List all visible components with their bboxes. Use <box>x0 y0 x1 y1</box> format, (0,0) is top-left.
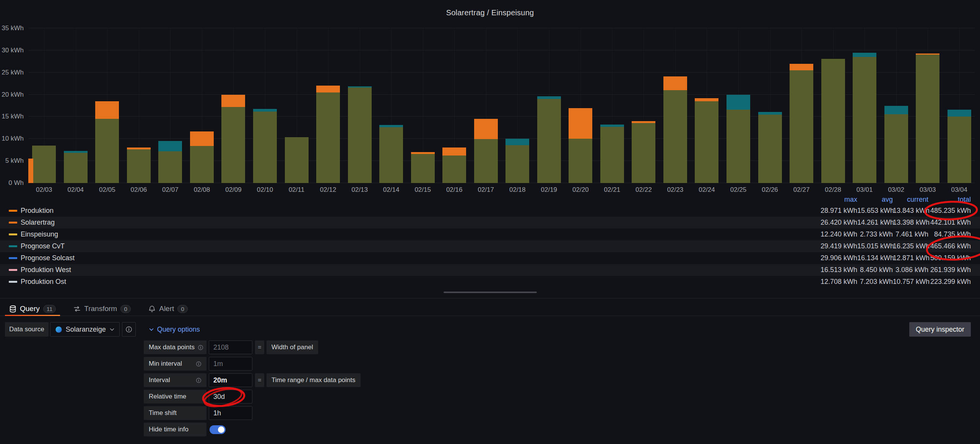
query-option-input-max-data-points[interactable] <box>209 340 252 354</box>
query-option-input-min-interval[interactable] <box>209 357 252 371</box>
query-option-input-interval[interactable] <box>209 373 252 387</box>
x-axis-label: 02/06 <box>131 186 147 194</box>
legend-value-avg: 15.653 kWh <box>857 207 893 215</box>
panel-resize-handle[interactable] <box>444 292 537 293</box>
legend-series[interactable]: Prognose CvT <box>9 242 804 250</box>
query-option-label-text: Relative time <box>149 393 186 400</box>
bar-segment-production <box>916 55 939 183</box>
tab-count-badge: 0 <box>177 305 188 313</box>
chart-bar <box>190 28 214 183</box>
legend-series[interactable]: Prognose Solcast <box>9 254 804 262</box>
legend-value-avg: 15.015 kWh <box>857 242 893 250</box>
query-options-toggle[interactable]: Query options <box>149 326 200 334</box>
datasource-picker[interactable]: Solaranzeige <box>50 322 120 337</box>
legend-value-avg: 16.134 kWh <box>857 254 893 262</box>
legend-column-header-avg[interactable]: avg <box>857 196 893 204</box>
legend-series[interactable]: Produktion <box>9 207 804 215</box>
info-icon <box>198 345 203 350</box>
bar-segment-teal <box>379 125 403 127</box>
bar-segment-teal <box>158 141 182 151</box>
chevron-down-icon <box>109 327 115 332</box>
bar-segment-production <box>127 149 151 183</box>
x-axis-label: 03/01 <box>856 186 873 194</box>
x-axis-label: 02/18 <box>509 186 526 194</box>
bar-segment-orange <box>569 108 592 139</box>
datasource-help-button[interactable] <box>122 322 136 337</box>
query-options-rows: Max data points=Width of panelMin interv… <box>144 340 361 439</box>
legend-label: Prognose Solcast <box>21 254 75 262</box>
bar-segment-production <box>190 146 214 183</box>
legend-row: Einspeisung12.240 kWh2.733 kWh7.461 kWh8… <box>0 228 980 240</box>
legend-rows: Produktion28.971 kWh15.653 kWh13.843 kWh… <box>0 205 980 288</box>
x-axis-label: 03/04 <box>951 186 967 194</box>
query-option-label: Relative time <box>144 390 206 403</box>
legend-value-max: 29.906 kWh <box>804 254 857 262</box>
legend-series[interactable]: Einspeisung <box>9 230 804 238</box>
legend-swatch <box>9 245 17 247</box>
bar-segment-teal <box>64 151 88 153</box>
bar-segment-production <box>474 139 498 183</box>
chart-bar <box>285 28 309 183</box>
info-icon <box>196 378 202 383</box>
legend-value-max: 16.513 kWh <box>804 266 857 274</box>
bar-segment-production <box>379 127 403 183</box>
query-option-extra-text: Time range / max data points <box>271 376 356 384</box>
query-inspector-button[interactable]: Query inspector <box>909 322 971 337</box>
bar-segment-orange <box>28 159 33 183</box>
legend-column-header-current[interactable]: current <box>893 196 928 204</box>
legend-series[interactable]: Produktion West <box>9 266 804 274</box>
chart-bar <box>64 28 88 183</box>
legend-value-avg: 7.203 kWh <box>857 278 893 286</box>
legend-row: Prognose CvT29.419 kWh15.015 kWh16.235 k… <box>0 240 980 252</box>
equals-label: = <box>255 340 264 354</box>
bar-segment-production <box>947 117 971 183</box>
hide-time-info-toggle[interactable] <box>210 425 226 434</box>
x-axis-label: 02/25 <box>730 186 747 194</box>
tab-transform[interactable]: Transform0 <box>73 302 131 316</box>
bar-segment-production <box>663 90 687 183</box>
chart-bar <box>916 28 939 183</box>
tab-label: Alert <box>159 305 174 313</box>
bar-segment-orange <box>95 101 119 119</box>
x-axis-label: 02/19 <box>541 186 557 194</box>
legend-value-current: 12.871 kWh <box>893 254 928 262</box>
bar-segment-teal <box>348 86 372 88</box>
info-icon <box>196 361 202 367</box>
equals-label: = <box>255 373 264 387</box>
query-option-input-relative-time[interactable] <box>209 390 252 403</box>
legend-column-header-max[interactable]: max <box>804 196 857 204</box>
legend-value-total: 84.735 kWh <box>928 230 971 238</box>
tab-count-badge: 11 <box>43 305 56 313</box>
chart-bar <box>947 28 971 183</box>
bar-segment-orange <box>442 147 466 156</box>
legend-value-current: 3.086 kWh <box>893 266 928 274</box>
tab-query[interactable]: Query11 <box>9 302 56 316</box>
legend-row: Produktion Ost12.708 kWh7.203 kWh10.757 … <box>0 276 980 288</box>
bar-segment-production <box>758 115 782 183</box>
plot-area[interactable] <box>28 28 975 183</box>
bar-segment-production <box>600 127 624 183</box>
query-option-extra-label: Time range / max data points <box>267 373 361 387</box>
bar-segment-production <box>158 151 182 183</box>
query-option-input-time-shift[interactable] <box>209 406 252 420</box>
bar-segment-production <box>64 153 88 183</box>
bar-segment-orange <box>474 119 498 139</box>
chart-bar <box>600 28 624 183</box>
x-axis-label: 02/17 <box>478 186 494 194</box>
y-axis-label: 0 Wh <box>8 179 24 187</box>
legend-value-current: 10.757 kWh <box>893 278 928 286</box>
bar-segment-orange <box>916 53 939 55</box>
legend-swatch <box>9 269 17 271</box>
query-option-row-max-data-points: Max data points=Width of panel <box>144 340 361 354</box>
legend-value-avg: 14.261 kWh <box>857 219 893 227</box>
legend-series[interactable]: Solarertrag <box>9 219 804 227</box>
legend-series[interactable]: Produktion Ost <box>9 278 804 286</box>
query-option-label-text: Min interval <box>149 360 182 368</box>
chart-bar <box>853 28 876 183</box>
x-axis-label: 02/12 <box>320 186 336 194</box>
bar-segment-production <box>95 119 119 183</box>
legend-value-max: 12.708 kWh <box>804 278 857 286</box>
legend-column-header-total[interactable]: total <box>928 196 971 204</box>
tab-alert[interactable]: Alert0 <box>148 302 188 316</box>
chart-bar <box>316 28 340 183</box>
